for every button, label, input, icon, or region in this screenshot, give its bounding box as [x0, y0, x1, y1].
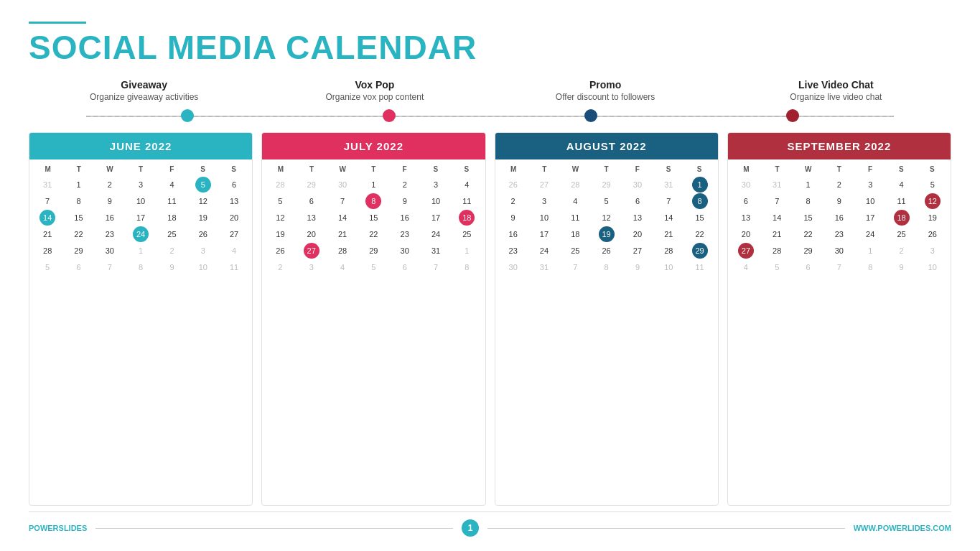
category-livevideo-title: Live Video Chat — [721, 79, 951, 91]
calendar-day-name: W — [560, 164, 591, 175]
calendar-july2022: JULY 2022MTWTFSS282930123456789101112131… — [261, 132, 485, 506]
calendar-day-name: F — [157, 164, 187, 175]
calendar-day-name: F — [854, 164, 885, 175]
calendar-body-june2022: MTWTFSS311234567891011121314151617181920… — [29, 159, 252, 505]
category-giveaway: Giveaway Organize giveaway activities — [29, 79, 259, 102]
calendar-cell: 11 — [886, 193, 916, 209]
calendar-cell: 1 — [855, 243, 885, 259]
calendar-cell: 12 — [591, 210, 621, 226]
calendar-day-name: S — [420, 164, 451, 175]
footer-brand-slides: SLIDES — [59, 524, 88, 532]
calendar-cell: 11 — [452, 193, 482, 209]
calendar-cell: 6 — [297, 193, 327, 209]
calendar-cell: 20 — [622, 226, 653, 242]
calendar-cell: 10 — [918, 259, 948, 275]
calendar-cell: 2 — [886, 243, 916, 259]
calendar-cell: 26 — [918, 226, 948, 242]
calendar-cell: 9 — [498, 210, 528, 226]
calendar-cell: 8 — [452, 259, 482, 275]
category-giveaway-title: Giveaway — [29, 79, 259, 91]
calendar-day-name: M — [265, 164, 296, 175]
calendar-cell: 31 — [653, 177, 683, 193]
calendar-day-name: S — [218, 164, 249, 175]
calendar-cell: 28 — [653, 243, 683, 259]
calendar-header-aug2022: AUGUST 2022 — [495, 133, 718, 159]
calendar-cell: 30 — [824, 243, 854, 259]
calendar-cell: 16 — [95, 210, 125, 226]
calendar-cell: 6 — [793, 259, 823, 275]
page-title: SOCIAL MEDIA CALENDAR — [29, 29, 951, 66]
calendar-cell: 30 — [390, 243, 420, 259]
calendar-cell: 2 — [824, 177, 854, 193]
calendar-cell: 18 — [459, 210, 475, 226]
calendar-cell: 31 — [421, 243, 451, 259]
calendar-body-aug2022: MTWTFSS262728293031123456789101112131415… — [495, 159, 718, 505]
calendar-day-name: T — [591, 164, 622, 175]
calendar-cell: 8 — [126, 259, 156, 275]
calendar-cell: 5 — [32, 259, 62, 275]
calendar-cell: 28 — [265, 177, 295, 193]
calendar-cell: 5 — [918, 177, 948, 193]
calendar-cell: 22 — [684, 226, 714, 242]
calendar-cell: 30 — [731, 177, 761, 193]
calendar-cell: 17 — [126, 210, 156, 226]
calendar-day-name: W — [94, 164, 125, 175]
calendar-cell: 4 — [560, 193, 590, 209]
calendar-cell: 15 — [63, 210, 93, 226]
calendar-cell: 8 — [63, 193, 93, 209]
title-part2: CALENDAR — [286, 29, 477, 66]
calendar-cell: 26 — [188, 226, 218, 242]
calendar-cell: 19 — [265, 226, 295, 242]
calendar-cell: 8 — [692, 193, 708, 209]
footer: POWERSLIDES 1 WWW.POWERLIDES.COM — [29, 511, 951, 537]
calendar-cell: 22 — [358, 226, 388, 242]
calendar-cell: 20 — [297, 226, 327, 242]
calendar-cell: 18 — [560, 226, 590, 242]
calendar-day-name: S — [684, 164, 715, 175]
calendar-cell: 3 — [918, 243, 948, 259]
calendar-cell: 12 — [265, 210, 295, 226]
footer-url: WWW.POWERLIDES.COM — [854, 524, 951, 532]
category-voxpop: Vox Pop Organize vox pop content — [259, 79, 490, 102]
calendar-cell: 8 — [591, 259, 621, 275]
calendar-header-june2022: JUNE 2022 — [29, 133, 252, 159]
calendar-cell: 10 — [855, 193, 885, 209]
calendars-container: JUNE 2022MTWTFSS311234567891011121314151… — [29, 132, 951, 506]
calendar-cell: 20 — [731, 226, 761, 242]
calendar-cell: 1 — [692, 177, 708, 193]
calendar-day-name: T — [126, 164, 157, 175]
timeline-dot-livevideo — [786, 109, 799, 122]
calendar-cell: 29 — [793, 243, 823, 259]
calendar-cell: 16 — [390, 210, 420, 226]
calendar-day-name: F — [389, 164, 420, 175]
calendar-cell: 27 — [529, 177, 559, 193]
calendar-cell: 14 — [653, 210, 683, 226]
calendar-cell: 7 — [421, 259, 451, 275]
calendar-day-name: T — [823, 164, 854, 175]
calendar-cell: 10 — [188, 259, 218, 275]
categories-row: Giveaway Organize giveaway activities Vo… — [29, 79, 951, 102]
calendar-cell: 5 — [762, 259, 792, 275]
calendar-cell: 19 — [188, 210, 218, 226]
calendar-cell: 7 — [653, 193, 683, 209]
calendar-cell: 9 — [886, 259, 916, 275]
calendar-day-name: M — [32, 164, 63, 175]
calendar-cell: 25 — [560, 243, 590, 259]
calendar-june2022: JUNE 2022MTWTFSS311234567891011121314151… — [29, 132, 253, 506]
calendar-cell: 7 — [560, 259, 590, 275]
calendar-header-july2022: JULY 2022 — [262, 133, 485, 159]
category-livevideo-desc: Organize live video chat — [721, 92, 951, 102]
calendar-cell: 4 — [886, 177, 916, 193]
category-promo-title: Promo — [490, 79, 721, 91]
calendar-day-name: S — [451, 164, 482, 175]
calendar-cell: 15 — [793, 210, 823, 226]
calendar-cell: 20 — [219, 210, 249, 226]
calendar-cell: 30 — [498, 259, 528, 275]
calendar-cell: 10 — [421, 193, 451, 209]
calendar-cell: 10 — [653, 259, 683, 275]
footer-brand-power: POWER — [29, 524, 59, 532]
calendar-day-name: S — [917, 164, 948, 175]
calendar-cell: 3 — [529, 193, 559, 209]
calendar-cell: 3 — [421, 177, 451, 193]
calendar-cell: 4 — [219, 243, 249, 259]
